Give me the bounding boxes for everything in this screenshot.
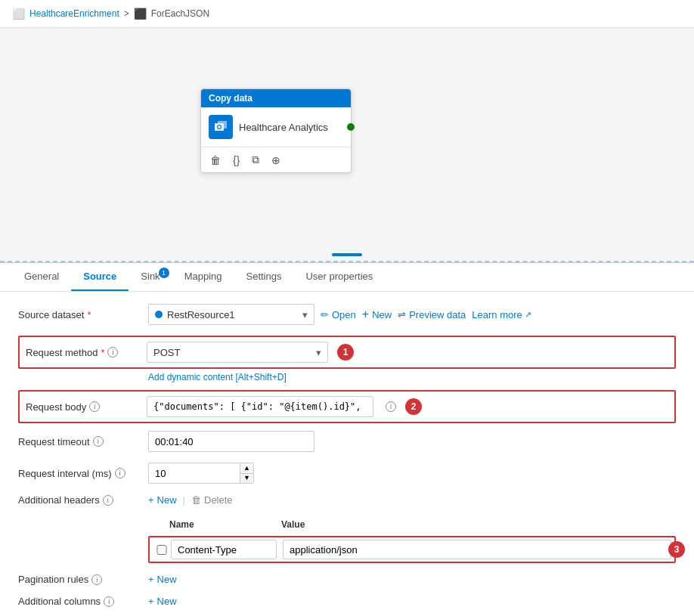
pagination-rules-row: Pagination rules i + New: [18, 574, 676, 585]
request-interval-spinner[interactable]: ▲ ▼: [148, 463, 254, 484]
node-icon: [209, 115, 233, 139]
request-body-label: Request body i: [26, 401, 138, 413]
dataset-dot: [155, 311, 163, 318]
method-chevron-icon: ▾: [316, 347, 321, 358]
header-name-input[interactable]: [171, 540, 277, 559]
col-name-header: Name: [169, 516, 275, 533]
headers-column-labels: Name Value: [148, 516, 676, 533]
source-dataset-row: Source dataset * RestResource1 ▾ ✏ Open …: [18, 304, 676, 325]
request-method-select[interactable]: POST ▾: [147, 342, 328, 363]
sink-badge: 1: [159, 268, 169, 278]
tab-user-properties[interactable]: User properties: [293, 263, 385, 291]
breadcrumb-workspace[interactable]: HealthcareEnrichment: [29, 8, 119, 19]
canvas-area: Copy data Healthcare Analytics 🗑 {} ⧉ ⊕: [0, 28, 694, 262]
tab-sink[interactable]: Sink 1: [129, 263, 172, 291]
info-icon-columns: i: [104, 596, 114, 607]
header-data-row: 3: [148, 536, 676, 563]
chevron-down-icon: ▾: [302, 309, 308, 320]
dynamic-content-link[interactable]: Add dynamic content [Alt+Shift+D]: [148, 372, 676, 382]
pipeline-node[interactable]: Copy data Healthcare Analytics 🗑 {} ⧉ ⊕: [200, 88, 352, 173]
tab-source[interactable]: Source: [71, 263, 129, 291]
node-delete-btn[interactable]: 🗑: [209, 153, 222, 168]
tab-mapping[interactable]: Mapping: [172, 263, 234, 291]
info-icon-headers: i: [103, 495, 113, 506]
open-link[interactable]: ✏ Open: [321, 309, 356, 320]
request-method-row: Request method * i POST ▾ 1: [18, 336, 676, 369]
info-icon-method: i: [107, 347, 118, 358]
additional-headers-section: Additional headers i + New | 🗑 Delete: [18, 494, 676, 563]
col-value-header: Value: [275, 516, 426, 533]
source-dataset-label: Source dataset *: [18, 309, 139, 320]
tabs-row: General Source Sink 1 Mapping Settings U…: [0, 263, 694, 292]
node-add-btn[interactable]: ⊕: [270, 153, 282, 168]
preview-data-link[interactable]: ⇌ Preview data: [398, 309, 466, 320]
delete-icon: 🗑: [191, 494, 201, 506]
pagination-new-link[interactable]: + New: [148, 574, 177, 585]
plus-icon-headers: +: [148, 494, 154, 506]
request-timeout-label: Request timeout i: [18, 436, 139, 447]
request-body-row: Request body i i 2: [18, 390, 676, 423]
header-value-input[interactable]: [283, 540, 671, 559]
dataset-value: RestResource1: [167, 309, 299, 320]
additional-headers-label: Additional headers i: [18, 494, 139, 506]
required-star-2: *: [101, 347, 104, 358]
node-body: Healthcare Analytics: [201, 107, 351, 147]
source-dataset-controls: RestResource1 ▾ ✏ Open + New ⇌ Preview d…: [148, 304, 676, 325]
tab-settings[interactable]: Settings: [234, 263, 294, 291]
breadcrumb: ⬜ HealthcareEnrichment > ⬛ ForEachJSON: [0, 0, 694, 28]
form-area: Source dataset * RestResource1 ▾ ✏ Open …: [0, 292, 694, 610]
spinner-up-btn[interactable]: ▲: [240, 463, 253, 474]
info-icon-body: i: [89, 401, 100, 412]
info-icon-timeout: i: [93, 436, 104, 447]
tabs-panel: General Source Sink 1 Mapping Settings U…: [0, 262, 694, 292]
request-timeout-input[interactable]: [148, 431, 314, 452]
headers-action-row: + New | 🗑 Delete: [148, 494, 676, 506]
node-code-btn[interactable]: {}: [231, 153, 241, 168]
preview-icon: ⇌: [398, 309, 406, 320]
method-value: POST: [153, 347, 313, 358]
edit-icon: ✏: [321, 309, 329, 320]
info-icon-interval: i: [115, 468, 125, 478]
headers-delete-link[interactable]: 🗑 Delete: [191, 494, 233, 506]
request-interval-label: Request interval (ms) i: [18, 468, 139, 479]
node-status-dot: [347, 123, 355, 131]
tab-general[interactable]: General: [12, 263, 71, 291]
breadcrumb-pipeline: ForEachJSON: [151, 8, 209, 19]
node-actions: 🗑 {} ⧉ ⊕: [201, 147, 351, 172]
learn-more-link[interactable]: Learn more ↗: [472, 309, 531, 320]
node-label: Healthcare Analytics: [239, 122, 328, 133]
badge-2: 2: [405, 398, 422, 415]
request-interval-row: Request interval (ms) i ▲ ▼: [18, 463, 676, 484]
additional-columns-row: Additional columns i + New: [18, 596, 676, 607]
copy-data-icon: [213, 119, 228, 135]
headers-new-link[interactable]: + New: [148, 494, 177, 506]
header-row-checkbox[interactable]: [153, 545, 171, 555]
pipeline-icon: ⬛: [134, 8, 147, 20]
node-header: Copy data: [201, 89, 351, 107]
info-icon-pagination: i: [91, 574, 102, 585]
info-icon-body-2: i: [386, 401, 396, 412]
spinner-down-btn[interactable]: ▼: [240, 474, 253, 484]
workspace-icon: ⬜: [12, 8, 25, 20]
external-link-icon: ↗: [525, 310, 531, 320]
node-copy-btn[interactable]: ⧉: [250, 152, 261, 168]
columns-new-link[interactable]: + New: [148, 596, 177, 607]
badge-1: 1: [337, 344, 354, 361]
source-dataset-select[interactable]: RestResource1 ▾: [148, 304, 314, 325]
new-dataset-link[interactable]: + New: [362, 308, 392, 321]
request-method-label: Request method * i: [26, 347, 138, 358]
plus-icon: +: [362, 308, 369, 321]
plus-icon-pagination: +: [148, 574, 154, 585]
breadcrumb-separator: >: [124, 8, 129, 19]
plus-icon-columns: +: [148, 596, 154, 607]
pagination-rules-label: Pagination rules i: [18, 574, 139, 585]
badge-3: 3: [668, 541, 685, 558]
request-timeout-row: Request timeout i: [18, 431, 676, 452]
required-star: *: [87, 309, 91, 320]
interval-value[interactable]: [149, 463, 240, 483]
spinner-buttons: ▲ ▼: [240, 463, 253, 483]
additional-columns-label: Additional columns i: [18, 596, 139, 607]
scroll-indicator: [332, 253, 362, 256]
request-body-input[interactable]: [147, 396, 373, 417]
